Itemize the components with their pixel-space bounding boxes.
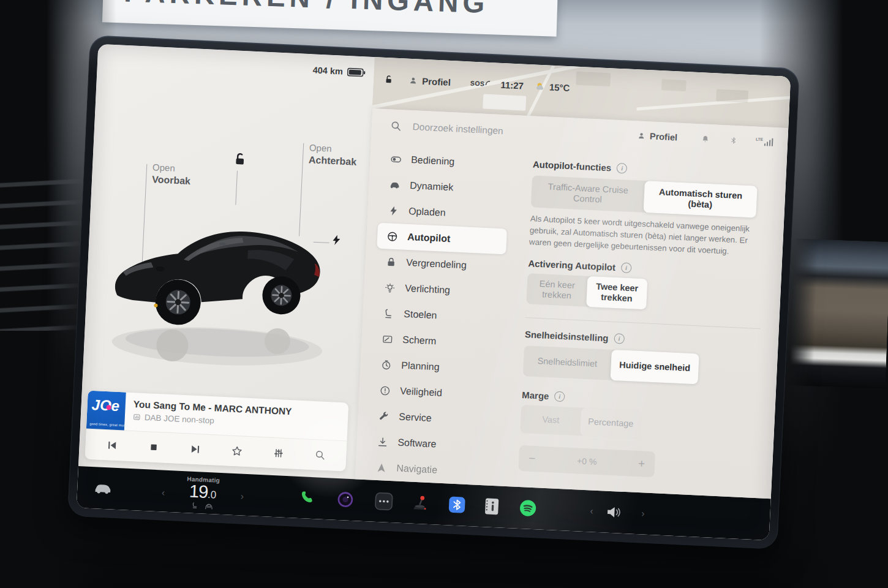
activation-segment: Eén keer trekken Twee keer trekken bbox=[526, 273, 647, 309]
equalizer-icon[interactable] bbox=[271, 446, 285, 460]
trunk-open-button[interactable]: Open Achterbak bbox=[308, 142, 357, 168]
settings-sidebar: Bediening Dynamiek Opladen bbox=[355, 143, 522, 486]
favorite-star-icon[interactable] bbox=[230, 444, 244, 458]
download-icon bbox=[377, 435, 389, 448]
lightning-icon bbox=[388, 205, 400, 217]
temp-decrease-chevron[interactable]: ‹ bbox=[162, 488, 165, 497]
media-player: JOe good times, great music. You Sang To… bbox=[85, 391, 349, 472]
driver-profile-button[interactable]: Profiel bbox=[408, 75, 451, 87]
decrease-button: − bbox=[529, 453, 536, 465]
increase-button: + bbox=[638, 458, 645, 470]
bluetooth-status-icon[interactable] bbox=[729, 135, 738, 145]
station-name: DAB JOE non-stop bbox=[144, 413, 214, 425]
option-automatisch-sturen[interactable]: Automatisch sturen (bèta) bbox=[644, 181, 758, 218]
parking-sign: PARKEREN / INGANG bbox=[102, 0, 558, 37]
profile-menu-button[interactable]: Profiel bbox=[637, 130, 678, 142]
lock-leader-line bbox=[235, 171, 238, 205]
offset-segment-disabled: Vast Percentage bbox=[520, 405, 641, 439]
previous-track-icon[interactable] bbox=[105, 439, 119, 453]
screen-icon bbox=[382, 333, 394, 345]
dashboard-wood-trim bbox=[789, 238, 888, 388]
clock-icon bbox=[380, 359, 393, 371]
joe-logo: JOe bbox=[91, 396, 120, 415]
dashboard-edge-left bbox=[0, 178, 86, 331]
outside-temperature: 15°C bbox=[549, 81, 570, 93]
spotify-app-icon[interactable] bbox=[519, 499, 537, 517]
volume-up-chevron[interactable]: › bbox=[641, 508, 645, 518]
weather-icon bbox=[535, 81, 547, 92]
autosteer-note: Als Autopilot 5 keer wordt uitgeschakeld… bbox=[529, 213, 759, 258]
light-icon bbox=[384, 282, 396, 294]
info-icon[interactable]: i bbox=[621, 262, 632, 273]
media-search-icon[interactable] bbox=[313, 448, 327, 462]
option-traffic-aware-cruise-control[interactable]: Traffic-Aware Cruise Control bbox=[531, 175, 645, 213]
defrost-icon bbox=[205, 502, 214, 510]
warning-icon bbox=[379, 385, 391, 397]
option-snelheidslimiet[interactable]: Snelheidslimiet bbox=[523, 345, 612, 380]
temp-increase-chevron[interactable]: › bbox=[240, 492, 244, 502]
info-icon[interactable]: i bbox=[554, 391, 565, 402]
cabin-temperature: 19.0 bbox=[167, 481, 239, 503]
lock-icon bbox=[385, 256, 397, 268]
parking-sign-text: PARKEREN / INGANG bbox=[124, 0, 489, 20]
volume-down-chevron[interactable]: ‹ bbox=[590, 506, 593, 516]
seat-icon bbox=[383, 307, 395, 320]
info-icon[interactable]: i bbox=[617, 163, 628, 174]
settings-panel: Doorzoek instellingen Profiel bbox=[355, 108, 788, 499]
range-label: 404 km bbox=[312, 65, 343, 76]
volume-speaker-icon[interactable] bbox=[606, 505, 623, 520]
album-art[interactable]: JOe good times, great music. bbox=[86, 391, 126, 431]
offset-value: +0 % bbox=[577, 456, 597, 467]
touchscreen-assembly: 404 km Open Voorbak Open bbox=[67, 35, 800, 549]
notifications-bell-icon[interactable] bbox=[701, 134, 710, 144]
option-een-keer-trekken[interactable]: Eén keer trekken bbox=[526, 273, 587, 307]
cellular-signal-indicator: LTE bbox=[756, 137, 773, 146]
vehicle-visualization bbox=[96, 195, 338, 384]
network-type-label: LTE bbox=[756, 137, 763, 142]
wrench-icon bbox=[378, 410, 390, 422]
speed-setting-segment: Snelheidslimiet Huidige snelheid bbox=[523, 345, 699, 384]
app-launcher-icon[interactable] bbox=[374, 492, 393, 511]
option-huidige-snelheid[interactable]: Huidige snelheid bbox=[611, 349, 699, 384]
media-info[interactable]: You Sang To Me - MARC ANTHONY DAB JOE no… bbox=[124, 393, 293, 439]
car-icon bbox=[389, 179, 401, 191]
search-icon bbox=[389, 119, 402, 132]
section-divider bbox=[525, 317, 761, 329]
sos-indicator: SOS bbox=[470, 79, 491, 88]
autopilot-settings-content: Autopilot-functies i Traffic-Aware Cruis… bbox=[506, 150, 786, 499]
joe-tagline: good times, great music. bbox=[89, 422, 129, 428]
arcade-app-icon[interactable] bbox=[411, 494, 429, 512]
dab-radio-icon bbox=[133, 413, 141, 421]
frunk-open-button[interactable]: Open Voorbak bbox=[152, 162, 192, 187]
steering-wheel-icon bbox=[386, 230, 399, 243]
battery-range[interactable]: 404 km bbox=[312, 65, 366, 77]
seat-heater-icon bbox=[191, 502, 200, 510]
next-track-icon[interactable] bbox=[188, 442, 202, 456]
owners-manual-app-icon[interactable] bbox=[483, 497, 500, 516]
toggle-icon bbox=[390, 153, 402, 165]
option-twee-keer-trekken[interactable]: Twee keer trekken bbox=[586, 276, 647, 309]
autopilot-features-segment: Traffic-Aware Cruise Control Automatisch… bbox=[531, 175, 758, 217]
person-icon bbox=[637, 131, 646, 140]
phone-app-icon[interactable] bbox=[298, 489, 316, 507]
offset-stepper-disabled: − +0 % + bbox=[518, 445, 655, 477]
navigation-icon bbox=[375, 461, 388, 473]
car-unlocked-icon[interactable] bbox=[382, 74, 393, 85]
search-placeholder: Doorzoek instellingen bbox=[412, 121, 503, 137]
screen-content: 404 km Open Voorbak Open bbox=[77, 44, 791, 540]
sos-signal-icon bbox=[485, 80, 491, 86]
info-icon[interactable]: i bbox=[614, 333, 625, 344]
stop-icon[interactable] bbox=[146, 440, 160, 454]
car-controls-icon[interactable] bbox=[92, 480, 116, 497]
settings-area: Profiel SOS 11:27 15°C bbox=[355, 57, 791, 499]
unlocked-icon[interactable] bbox=[230, 151, 246, 167]
battery-icon bbox=[347, 67, 366, 77]
search-input[interactable]: Doorzoek instellingen bbox=[389, 119, 503, 137]
bluetooth-app-icon[interactable] bbox=[448, 496, 466, 514]
climate-control[interactable]: ‹ Handmatig 19.0 › bbox=[166, 475, 239, 511]
signal-bars-icon bbox=[764, 138, 773, 146]
clock: 11:27 bbox=[500, 79, 524, 91]
dashcam-app-icon[interactable] bbox=[336, 491, 354, 508]
option-vast: Vast bbox=[520, 405, 581, 436]
car-status-panel: 404 km Open Voorbak Open bbox=[78, 44, 375, 480]
